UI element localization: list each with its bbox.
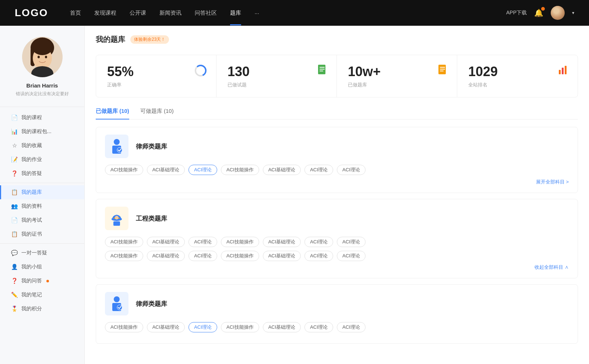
bank-tag[interactable]: ACI理论 bbox=[188, 251, 217, 261]
bank-tag[interactable]: ACI基础理论 bbox=[147, 165, 185, 175]
svg-point-4 bbox=[32, 39, 53, 55]
svg-rect-20 bbox=[562, 68, 564, 74]
sidebar-item-notes[interactable]: ✏️ 我的笔记 bbox=[0, 288, 84, 302]
sidebar-divider-mid2 bbox=[0, 243, 84, 244]
sidebar-item-tutor[interactable]: 💬 一对一答疑 bbox=[0, 246, 84, 260]
stat-icon-pie bbox=[194, 64, 207, 79]
svg-rect-21 bbox=[565, 66, 567, 74]
bank-tag[interactable]: ACI理论 bbox=[337, 251, 366, 261]
bank-tag[interactable]: ACI理论 bbox=[337, 165, 366, 175]
svg-point-6 bbox=[45, 56, 47, 58]
exam-icon: 📄 bbox=[11, 217, 18, 224]
stat-value-banks: 10w+ bbox=[348, 64, 446, 79]
sidebar-item-group[interactable]: 👤 我的小组 bbox=[0, 260, 84, 274]
bank-tag[interactable]: ACI理论 bbox=[337, 237, 366, 247]
bank-tag[interactable]: ACI理论 bbox=[304, 165, 333, 175]
stat-accuracy: 55% 正确率 bbox=[96, 55, 216, 97]
bank-tag-active[interactable]: ACI理论 bbox=[188, 322, 217, 332]
bank-tag[interactable]: ACI技能操作 bbox=[105, 165, 143, 175]
nav-bank[interactable]: 题库 bbox=[230, 10, 241, 17]
sidebar-item-favorites[interactable]: ☆ 我的收藏 bbox=[0, 139, 84, 153]
sidebar-item-my-qa[interactable]: ❓ 我的问答 bbox=[0, 274, 84, 288]
sidebar-item-homework[interactable]: 📝 我的作业 bbox=[0, 153, 84, 167]
bank-tag[interactable]: ACI理论 bbox=[304, 237, 333, 247]
sidebar-item-course[interactable]: 📄 我的课程 bbox=[0, 111, 84, 125]
favorites-icon: ☆ bbox=[11, 142, 18, 149]
tabs-row: 已做题库 (10) 可做题库 (10) bbox=[96, 108, 578, 119]
sidebar-item-course-pkg[interactable]: 📊 我的课程包... bbox=[0, 125, 84, 139]
navbar: LOGO 首页 发现课程 公开课 新闻资讯 问答社区 题库 ··· APP下载 … bbox=[0, 0, 589, 26]
bank-tag[interactable]: ACI基础理论 bbox=[263, 165, 301, 175]
bank-tag[interactable]: ACI技能操作 bbox=[105, 237, 143, 247]
bank-lawyer-2: 律师类题库 ACI技能操作 ACI基础理论 ACI理论 ACI技能操作 ACI基… bbox=[96, 284, 578, 344]
sidebar-label-favorites: 我的收藏 bbox=[21, 142, 42, 149]
sidebar-item-profile[interactable]: 👥 我的资料 bbox=[0, 199, 84, 213]
user-avatar[interactable] bbox=[551, 6, 565, 20]
bank-title-lawyer-2: 律师类题库 bbox=[136, 300, 167, 308]
sidebar-item-points[interactable]: 🎖️ 我的积分 bbox=[0, 302, 84, 316]
bank-tag[interactable]: ACI基础理论 bbox=[263, 322, 301, 332]
sidebar-divider-mid bbox=[0, 183, 84, 183]
svg-rect-13 bbox=[320, 69, 325, 69]
tab-done[interactable]: 已做题库 (10) bbox=[96, 108, 129, 119]
bank-tag[interactable]: ACI理论 bbox=[337, 322, 366, 332]
nav-open[interactable]: 公开课 bbox=[130, 10, 146, 17]
profile-motto: 错误的决定比没有决定要好 bbox=[16, 91, 69, 97]
nav-more[interactable]: ··· bbox=[254, 10, 259, 16]
group-icon: 👤 bbox=[11, 264, 18, 270]
sidebar-label-group: 我的小组 bbox=[21, 264, 42, 270]
bank-tag[interactable]: ACI理论 bbox=[304, 322, 333, 332]
bank-tag[interactable]: ACI基础理论 bbox=[263, 251, 301, 261]
sidebar-label-my-qa: 我的问答 bbox=[21, 278, 42, 284]
sidebar-item-exam[interactable]: 📄 我的考试 bbox=[0, 213, 84, 227]
bank-tags-engineer-row2: ACI技能操作 ACI基础理论 ACI理论 ACI技能操作 ACI基础理论 AC… bbox=[105, 251, 569, 261]
svg-point-30 bbox=[114, 296, 120, 302]
stat-label-rank: 全站排名 bbox=[468, 82, 567, 88]
sidebar-item-cert[interactable]: 📋 我的证书 bbox=[0, 227, 84, 241]
sidebar-item-bank[interactable]: 📋 我的题库 bbox=[0, 185, 84, 199]
nav-discover[interactable]: 发现课程 bbox=[94, 10, 116, 17]
user-menu-chevron[interactable]: ▾ bbox=[572, 10, 574, 15]
bank-tag[interactable]: ACI理论 bbox=[304, 251, 333, 261]
notification-bell[interactable]: 🔔 bbox=[534, 8, 543, 17]
avatar bbox=[22, 37, 63, 77]
bank-tag[interactable]: ACI基础理论 bbox=[147, 237, 185, 247]
bank-expand-btn-1[interactable]: 展开全部科目 > bbox=[105, 179, 569, 185]
nav-right: APP下载 🔔 ▾ bbox=[506, 6, 574, 20]
sidebar-divider-top bbox=[0, 107, 84, 107]
bank-tags-lawyer-1: ACI技能操作 ACI基础理论 ACI理论 ACI技能操作 ACI基础理论 AC… bbox=[105, 165, 569, 175]
bank-tag[interactable]: ACI技能操作 bbox=[221, 251, 259, 261]
sidebar-label-course-pkg: 我的课程包... bbox=[21, 128, 52, 135]
nav-home[interactable]: 首页 bbox=[70, 10, 81, 17]
sidebar-item-questions[interactable]: ❓ 我的答疑 bbox=[0, 167, 84, 181]
bank-header-engineer: 工程类题库 bbox=[105, 207, 569, 230]
bank-tag[interactable]: ACI理论 bbox=[188, 237, 217, 247]
bank-tag[interactable]: ACI技能操作 bbox=[221, 165, 259, 175]
bank-icon: 📋 bbox=[11, 189, 18, 196]
sidebar-label-profile: 我的资料 bbox=[21, 203, 42, 210]
engineer-icon bbox=[105, 207, 128, 230]
bank-tag[interactable]: ACI基础理论 bbox=[263, 237, 301, 247]
stat-icon-doc-green bbox=[317, 64, 328, 76]
bank-tag[interactable]: ACI基础理论 bbox=[147, 322, 185, 332]
stat-value-rank: 1029 bbox=[468, 64, 567, 79]
sidebar-label-tutor: 一对一答疑 bbox=[21, 250, 47, 256]
bank-title-engineer: 工程类题库 bbox=[136, 214, 167, 223]
tab-available[interactable]: 可做题库 (10) bbox=[140, 108, 174, 119]
bank-lawyer-1: 律师类题库 ACI技能操作 ACI基础理论 ACI理论 ACI技能操作 ACI基… bbox=[96, 127, 578, 193]
app-download-btn[interactable]: APP下载 bbox=[506, 10, 527, 16]
bank-tag[interactable]: ACI技能操作 bbox=[105, 322, 143, 332]
nav-news[interactable]: 新闻资讯 bbox=[159, 10, 181, 17]
svg-rect-19 bbox=[559, 70, 561, 74]
bank-tag[interactable]: ACI技能操作 bbox=[221, 237, 259, 247]
bank-tag-active[interactable]: ACI理论 bbox=[188, 165, 217, 175]
bank-tag[interactable]: ACI技能操作 bbox=[221, 322, 259, 332]
bank-tag[interactable]: ACI技能操作 bbox=[105, 251, 143, 261]
bank-collapse-btn[interactable]: 收起全部科目 ∧ bbox=[105, 264, 569, 271]
svg-rect-17 bbox=[440, 69, 445, 69]
nav-qa[interactable]: 问答社区 bbox=[195, 10, 217, 17]
bank-header-lawyer-1: 律师类题库 bbox=[105, 135, 569, 158]
logo: LOGO bbox=[15, 7, 48, 19]
bank-tag[interactable]: ACI基础理论 bbox=[147, 251, 185, 261]
stat-icon-doc-yellow bbox=[437, 64, 448, 76]
